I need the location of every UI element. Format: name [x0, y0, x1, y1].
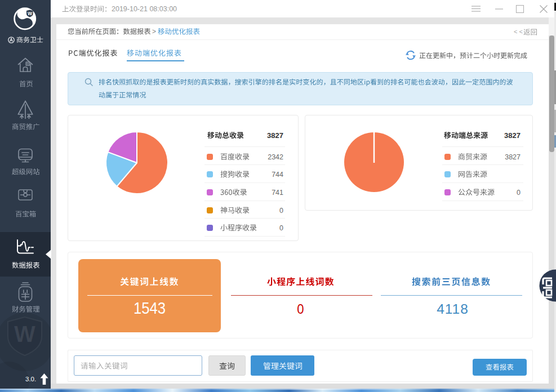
svg-text:W: W — [14, 322, 35, 346]
svg-text:W: W — [28, 11, 33, 16]
